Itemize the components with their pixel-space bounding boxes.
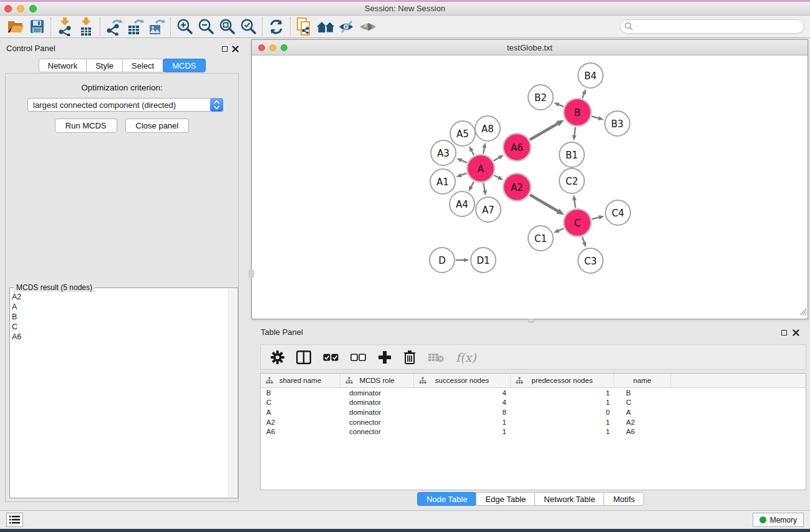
network-edge[interactable] [582, 237, 584, 243]
close-panel-button[interactable]: Close panel [125, 118, 190, 133]
network-edge[interactable] [461, 160, 467, 163]
mcds-result-item[interactable]: A2 [12, 292, 226, 302]
network-edge[interactable] [494, 175, 498, 178]
network-edge[interactable] [582, 94, 584, 98]
show-columns-icon[interactable] [296, 351, 311, 364]
tab-edge-table[interactable]: Edge Table [476, 492, 535, 506]
zoom-fit-icon[interactable] [216, 17, 238, 37]
show-graphics-icon[interactable] [357, 17, 378, 37]
import-table-icon[interactable] [75, 17, 97, 37]
delete-row-trash-icon[interactable] [403, 350, 416, 364]
zoom-out-icon[interactable] [195, 17, 216, 37]
network-window-titlebar[interactable]: testGlobe.txt [252, 40, 808, 56]
tab-mcds[interactable]: MCDS [163, 59, 205, 72]
network-edge[interactable] [483, 183, 485, 191]
network-node-B1[interactable]: B1 [559, 142, 584, 167]
network-node-B4[interactable]: B4 [578, 63, 603, 88]
tab-node-table[interactable]: Node Table [417, 492, 477, 506]
table-options-gear-icon[interactable] [271, 351, 284, 364]
network-node-A3[interactable]: A3 [431, 140, 456, 165]
refresh-icon[interactable] [266, 17, 287, 37]
network-node-A7[interactable]: A7 [476, 197, 501, 222]
network-edge[interactable] [592, 116, 599, 118]
save-session-icon[interactable] [26, 17, 47, 37]
close-panel-icon[interactable] [232, 46, 239, 52]
criterion-dropdown[interactable]: largest connected component (directed) [27, 98, 223, 112]
network-node-A6[interactable]: A6 [503, 133, 531, 161]
mcds-result-item[interactable]: C [12, 322, 226, 332]
network-edge[interactable] [574, 127, 576, 135]
column-header-predecessor-nodes[interactable]: predecessor nodes [511, 374, 614, 387]
network-edge[interactable] [592, 217, 599, 219]
search-field[interactable] [620, 19, 804, 34]
tab-select[interactable]: Select [122, 59, 163, 72]
network-node-D[interactable]: D [430, 248, 455, 273]
network-edge[interactable] [494, 158, 499, 161]
result-scrollbar[interactable] [228, 289, 237, 497]
network-edge[interactable] [530, 195, 558, 211]
network-edge[interactable] [559, 228, 564, 231]
mcds-result-item[interactable]: A6 [12, 332, 226, 342]
export-image-icon[interactable] [146, 17, 167, 37]
open-session-icon[interactable] [5, 17, 26, 37]
table-close-panel-icon[interactable] [793, 329, 799, 336]
table-float-panel-icon[interactable] [781, 330, 787, 336]
task-history-button[interactable] [6, 513, 23, 527]
export-table-icon[interactable] [125, 17, 146, 37]
network-edge[interactable] [574, 200, 576, 208]
column-header-name[interactable]: name [614, 374, 671, 387]
network-canvas[interactable]: AA1A2A3A4A5A6A7A8BB1B2B3B4CC1C2C3C4DD1 [252, 56, 808, 319]
network-node-A[interactable]: A [467, 155, 494, 182]
run-mcds-button[interactable]: Run MCDS [55, 118, 117, 133]
network-node-C[interactable]: C [564, 209, 591, 236]
resize-grip-icon[interactable] [799, 307, 807, 318]
memory-button[interactable]: Memory [753, 513, 804, 527]
network-node-C2[interactable]: C2 [559, 168, 584, 193]
zoom-in-icon[interactable] [174, 17, 195, 37]
home-view-icon[interactable] [315, 17, 336, 37]
table-row[interactable]: A6connector11A6 [261, 427, 806, 437]
mcds-result-item[interactable]: B [12, 312, 226, 322]
table-row[interactable]: Bdominator41B [261, 388, 806, 398]
network-node-A4[interactable]: A4 [450, 191, 475, 216]
network-node-C3[interactable]: C3 [578, 248, 603, 273]
splitter-grip-horizontal[interactable] [528, 319, 534, 322]
network-edge[interactable] [461, 173, 466, 175]
network-node-D1[interactable]: D1 [471, 248, 496, 273]
network-node-A2[interactable]: A2 [503, 173, 531, 201]
tab-style[interactable]: Style [86, 59, 123, 72]
import-network-icon[interactable] [54, 17, 75, 37]
network-edge[interactable] [483, 148, 485, 154]
column-header-mcds-role[interactable]: MCDS role [340, 374, 414, 387]
network-edge[interactable] [559, 105, 564, 107]
table-row[interactable]: A2connector11A2 [261, 417, 806, 427]
tab-motifs[interactable]: Motifs [604, 492, 644, 506]
select-all-icon[interactable] [323, 353, 339, 362]
table-row[interactable]: Cdominator41C [261, 398, 806, 408]
column-header-shared-name[interactable]: shared name [261, 374, 340, 387]
column-header-successor-nodes[interactable]: successor nodes [414, 374, 511, 387]
tab-network[interactable]: Network [38, 59, 87, 72]
hide-graphics-icon[interactable] [336, 17, 357, 37]
network-node-C1[interactable]: C1 [528, 226, 553, 251]
network-edge[interactable] [530, 123, 558, 140]
network-node-B3[interactable]: B3 [605, 111, 630, 136]
zoom-selected-icon[interactable] [238, 17, 259, 37]
tab-network-table[interactable]: Network Table [534, 492, 604, 506]
mcds-result-list[interactable]: A2ABCA6 [12, 292, 226, 496]
float-panel-icon[interactable] [222, 46, 228, 52]
mcds-result-item[interactable]: A [12, 302, 226, 312]
network-node-A5[interactable]: A5 [450, 121, 475, 146]
unselect-all-icon[interactable] [350, 353, 366, 362]
network-node-A1[interactable]: A1 [430, 169, 455, 194]
network-node-A8[interactable]: A8 [475, 116, 500, 141]
network-from-file-icon[interactable] [294, 17, 315, 37]
network-node-C4[interactable]: C4 [605, 200, 630, 225]
network-edge[interactable] [471, 181, 473, 186]
export-network-icon[interactable] [104, 17, 125, 37]
search-input[interactable] [634, 21, 804, 32]
splitter-grip-vertical[interactable] [249, 270, 254, 278]
network-edge[interactable] [471, 151, 474, 155]
network-node-B[interactable]: B [564, 99, 591, 126]
table-row[interactable]: Adominator80A [261, 407, 806, 417]
